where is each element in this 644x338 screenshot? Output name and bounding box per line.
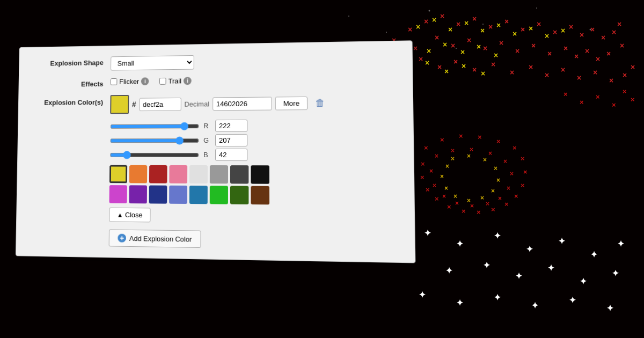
- more-button[interactable]: More: [275, 96, 308, 110]
- svg-text:×: ×: [451, 147, 455, 155]
- palette-swatch-darkgreen[interactable]: [230, 186, 248, 204]
- trail-label: Trail: [169, 77, 181, 85]
- palette-swatch-brown[interactable]: [251, 186, 269, 205]
- svg-text:×: ×: [451, 41, 455, 50]
- svg-text:×: ×: [623, 71, 627, 79]
- add-color-section: + Add Explosion Color: [109, 229, 404, 251]
- effects-content: Flicker i Trail i: [111, 75, 401, 86]
- svg-text:×: ×: [561, 65, 565, 74]
- svg-text:×: ×: [416, 23, 420, 31]
- svg-text:×: ×: [464, 19, 469, 27]
- r-slider[interactable]: [110, 122, 199, 130]
- svg-text:✦: ✦: [419, 290, 426, 299]
- g-label: G: [203, 136, 211, 144]
- b-slider-row: B: [109, 149, 402, 161]
- svg-text:×: ×: [564, 44, 568, 53]
- svg-text:×: ×: [425, 58, 429, 67]
- decimal-label: Decimal: [184, 100, 209, 108]
- hash-symbol: #: [132, 100, 136, 109]
- svg-text:×: ×: [472, 65, 477, 74]
- svg-text:×: ×: [481, 69, 485, 78]
- delete-color-icon[interactable]: 🗑: [316, 97, 326, 108]
- palette-swatch-black[interactable]: [251, 165, 269, 184]
- svg-text:×: ×: [456, 20, 460, 28]
- svg-point-8: [456, 48, 457, 49]
- control-panel: Explosion Shape Small Medium Large Ring …: [16, 40, 415, 263]
- trail-checkbox[interactable]: [159, 78, 166, 85]
- palette-swatch-yellow[interactable]: [109, 165, 127, 183]
- svg-text:×: ×: [523, 168, 528, 176]
- plus-circle-icon: +: [118, 234, 126, 243]
- svg-text:×: ×: [545, 32, 549, 40]
- svg-text:×: ×: [472, 14, 477, 23]
- svg-text:×: ×: [569, 23, 573, 31]
- palette-swatch-white[interactable]: [189, 165, 208, 183]
- palette-swatch-magenta[interactable]: [109, 185, 127, 203]
- palette-swatch-red[interactable]: [149, 165, 167, 183]
- svg-text:✦: ✦: [617, 239, 625, 248]
- flicker-checkbox[interactable]: [111, 78, 118, 85]
- svg-text:×: ×: [574, 52, 579, 61]
- svg-text:×: ×: [467, 36, 471, 45]
- svg-text:×: ×: [529, 63, 533, 71]
- color-swatch-preview[interactable]: [110, 95, 129, 114]
- palette-swatch-purple[interactable]: [129, 185, 147, 203]
- svg-text:×: ×: [478, 133, 482, 141]
- svg-text:×: ×: [515, 47, 519, 55]
- svg-text:×: ×: [427, 47, 431, 55]
- svg-text:×: ×: [447, 203, 451, 211]
- svg-text:×: ×: [617, 20, 621, 28]
- svg-text:×: ×: [510, 68, 514, 77]
- svg-text:×: ×: [596, 55, 600, 63]
- palette-swatch-medblue[interactable]: [169, 186, 187, 204]
- svg-text:×: ×: [444, 185, 448, 192]
- svg-text:×: ×: [514, 192, 518, 200]
- svg-text:✦: ✦: [606, 304, 614, 313]
- g-input[interactable]: [215, 134, 247, 146]
- b-input[interactable]: [215, 149, 247, 161]
- svg-text:×: ×: [503, 158, 507, 165]
- svg-text:×: ×: [585, 47, 589, 55]
- svg-text:×: ×: [445, 163, 449, 170]
- palette-swatch-teal[interactable]: [189, 186, 208, 204]
- palette-swatch-pink[interactable]: [169, 165, 187, 183]
- g-slider[interactable]: [110, 136, 200, 145]
- svg-text:×: ×: [491, 205, 495, 214]
- explosion-shape-select[interactable]: Small Medium Large Ring Star: [111, 55, 194, 71]
- svg-text:×: ×: [596, 93, 600, 101]
- svg-text:×: ×: [486, 200, 489, 208]
- svg-point-5: [536, 8, 537, 9]
- close-button[interactable]: ▲ Close: [109, 208, 150, 223]
- svg-text:×: ×: [467, 197, 471, 204]
- svg-text:×: ×: [521, 25, 525, 34]
- add-color-button[interactable]: + Add Explosion Color: [109, 229, 201, 248]
- svg-text:×: ×: [498, 195, 502, 202]
- flicker-info-icon[interactable]: i: [141, 77, 149, 85]
- svg-point-4: [482, 24, 484, 25]
- decimal-input[interactable]: [213, 97, 272, 111]
- r-input[interactable]: [215, 120, 247, 132]
- hex-input[interactable]: [139, 97, 181, 111]
- color-palette: [109, 165, 269, 205]
- svg-text:×: ×: [580, 31, 584, 39]
- palette-row-1: [109, 165, 269, 184]
- palette-swatch-orange[interactable]: [129, 165, 147, 183]
- palette-swatch-darkblue[interactable]: [149, 186, 167, 204]
- svg-text:✦: ✦: [456, 239, 464, 248]
- palette-swatch-lightgray[interactable]: [210, 165, 228, 183]
- close-arrow-icon: ▲: [117, 211, 123, 219]
- svg-text:×: ×: [494, 51, 498, 60]
- svg-text:✦: ✦: [580, 277, 587, 286]
- trail-info-icon[interactable]: i: [184, 77, 192, 85]
- palette-swatch-green[interactable]: [210, 186, 228, 204]
- svg-text:×: ×: [631, 63, 635, 71]
- palette-swatch-darkgray[interactable]: [230, 165, 248, 183]
- b-slider[interactable]: [109, 151, 199, 159]
- explosion-shape-row: Explosion Shape Small Medium Large Ring …: [30, 52, 401, 72]
- svg-text:×: ×: [459, 132, 463, 140]
- svg-text:×: ×: [408, 25, 412, 34]
- svg-text:×: ×: [593, 68, 597, 77]
- svg-text:×: ×: [444, 67, 449, 76]
- svg-text:×: ×: [496, 177, 500, 184]
- svg-text:×: ×: [504, 200, 509, 208]
